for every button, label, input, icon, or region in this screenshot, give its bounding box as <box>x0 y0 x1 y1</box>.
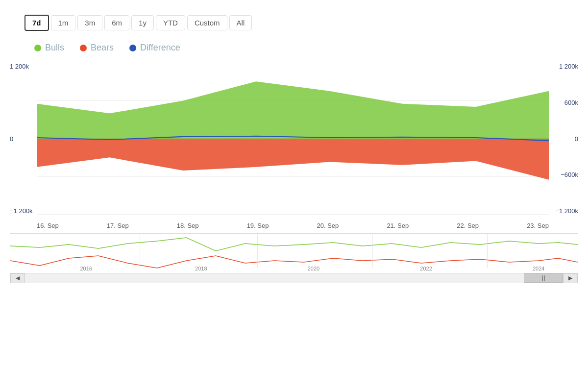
main-chart-svg <box>37 63 549 215</box>
svg-text:2018: 2018 <box>195 266 207 271</box>
btn-ytd[interactable]: YTD <box>156 15 185 30</box>
btn-1y[interactable]: 1y <box>131 15 154 30</box>
difference-dot <box>129 45 136 51</box>
x-17sep: 17. Sep <box>107 222 129 229</box>
y-right-1200k-neg: −1 200k <box>549 207 578 215</box>
x-16sep: 16. Sep <box>37 222 59 229</box>
legend-bulls: Bulls <box>34 43 64 53</box>
bulls-label: Bulls <box>45 43 64 53</box>
x-22sep: 22. Sep <box>457 222 479 229</box>
chart-legend: Bulls Bears Difference <box>10 39 578 63</box>
nav-arrow-right[interactable]: ▶ <box>563 273 578 283</box>
main-container: 7d 1m 3m 6m 1y YTD Custom All Bulls Bear… <box>0 0 588 392</box>
mini-chart-container: 2016 2018 2020 2022 2024 ◀ <box>10 233 578 282</box>
x-23sep: 23. Sep <box>527 222 549 229</box>
bulls-dot <box>34 45 41 51</box>
y-right-600k: 600k <box>549 99 578 106</box>
svg-text:2024: 2024 <box>533 266 544 271</box>
y-axis-right: 1 200k 600k 0 −600k −1 200k <box>549 63 578 229</box>
y-left-1200k-neg: −1 200k <box>10 207 37 215</box>
bears-label: Bears <box>91 43 114 53</box>
legend-difference: Difference <box>129 43 180 53</box>
difference-label: Difference <box>140 43 180 53</box>
mini-svg-container: 2016 2018 2020 2022 2024 <box>10 234 578 273</box>
y-left-0: 0 <box>10 135 37 143</box>
nav-track[interactable] <box>25 273 563 283</box>
mini-chart-svg: 2016 2018 2020 2022 2024 <box>10 234 578 273</box>
btn-7d[interactable]: 7d <box>24 15 49 31</box>
legend-bears: Bears <box>80 43 114 53</box>
nav-handle-grip <box>542 275 545 281</box>
time-range-bar: 7d 1m 3m 6m 1y YTD Custom All <box>10 10 578 39</box>
mini-bulls-line <box>10 238 578 251</box>
x-19sep: 19. Sep <box>247 222 269 229</box>
x-21sep: 21. Sep <box>387 222 409 229</box>
svg-text:2022: 2022 <box>420 266 432 271</box>
nav-handle[interactable] <box>524 273 563 283</box>
btn-1m[interactable]: 1m <box>51 15 76 30</box>
btn-all[interactable]: All <box>229 15 252 30</box>
y-right-600k-neg: −600k <box>549 171 578 178</box>
chart-svg-container <box>37 63 549 215</box>
navigator-bar: ◀ ▶ <box>10 273 578 283</box>
bulls-area <box>37 81 549 139</box>
btn-6m[interactable]: 6m <box>104 15 129 30</box>
btn-custom[interactable]: Custom <box>187 15 227 30</box>
btn-3m[interactable]: 3m <box>77 15 102 30</box>
x-axis: 16. Sep 17. Sep 18. Sep 19. Sep 20. Sep … <box>37 216 549 229</box>
y-right-1200k: 1 200k <box>549 63 578 70</box>
y-axis-left: 1 200k 0 −1 200k <box>10 63 37 229</box>
grip-line-1 <box>542 275 543 281</box>
grip-line-2 <box>544 275 545 281</box>
svg-text:2016: 2016 <box>80 266 92 271</box>
x-18sep: 18. Sep <box>177 222 199 229</box>
bears-area <box>37 139 549 180</box>
nav-arrow-left[interactable]: ◀ <box>10 273 25 283</box>
chart-wrapper: 1 200k 0 −1 200k 1 200k 600k 0 −600k −1 … <box>10 63 578 229</box>
main-chart: 1 200k 0 −1 200k 1 200k 600k 0 −600k −1 … <box>10 63 578 229</box>
y-right-0: 0 <box>549 135 578 143</box>
bears-dot <box>80 45 87 51</box>
x-20sep: 20. Sep <box>317 222 339 229</box>
svg-text:2020: 2020 <box>308 266 319 271</box>
y-left-1200k-pos: 1 200k <box>10 63 37 70</box>
mini-bears-line <box>10 256 578 268</box>
